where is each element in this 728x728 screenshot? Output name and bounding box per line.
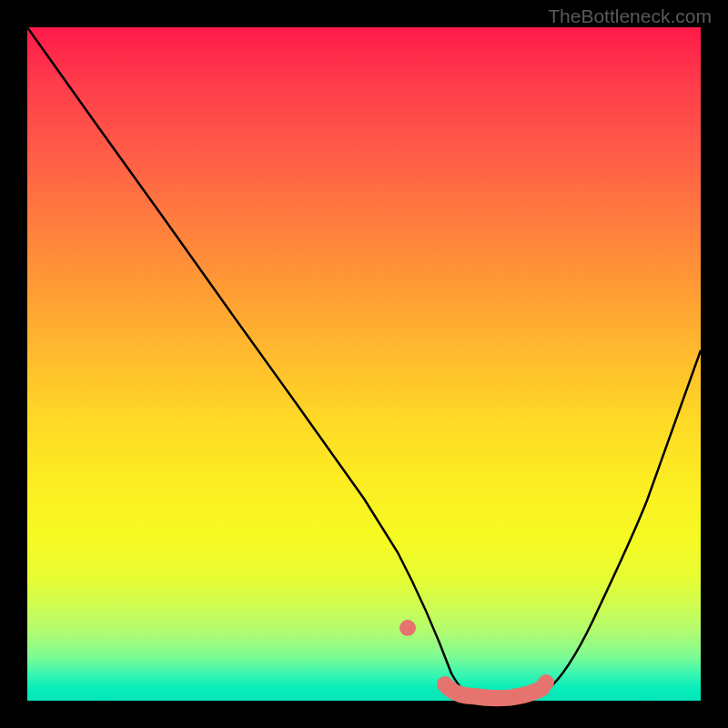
highlight-dot-right xyxy=(538,674,554,691)
highlight-dot-upper xyxy=(399,620,416,636)
chart-svg xyxy=(27,27,701,701)
plot-area xyxy=(27,27,701,701)
chart-container: TheBottleneck.com xyxy=(0,0,728,728)
watermark-text: TheBottleneck.com xyxy=(548,5,712,27)
highlight-valley xyxy=(445,684,542,698)
bottleneck-curve xyxy=(27,27,701,698)
